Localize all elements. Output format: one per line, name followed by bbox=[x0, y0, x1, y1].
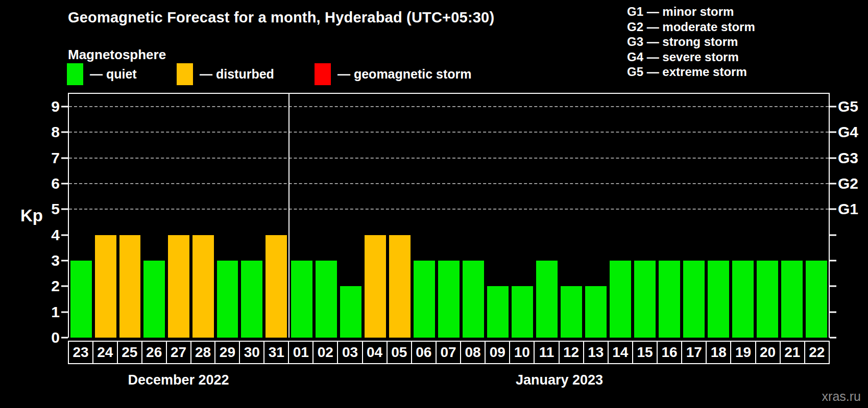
geomagnetic-forecast-chart: Geomagnetic Forecast for a month, Hydera… bbox=[0, 0, 868, 408]
bar-slot-day-26 bbox=[142, 94, 166, 338]
g-legend-line-g5: G5 — extreme storm bbox=[627, 64, 755, 80]
day-label-07: 07 bbox=[436, 341, 461, 364]
bar-slot-day-05 bbox=[388, 94, 412, 338]
kp-bar-day-20 bbox=[757, 261, 778, 338]
right-axis-label-g2: G2 bbox=[838, 176, 858, 191]
kp-bar-day-16 bbox=[659, 261, 680, 338]
legend-label: — quiet bbox=[90, 67, 137, 82]
g-legend-line-g4: G4 — severe storm bbox=[627, 49, 755, 65]
kp-bar-day-23 bbox=[70, 261, 92, 338]
kp-bar-day-10 bbox=[512, 286, 533, 338]
kp-bar-day-18 bbox=[708, 261, 729, 338]
g-legend-line-g2: G2 — moderate storm bbox=[627, 19, 755, 35]
y-axis-label-1: 1 bbox=[51, 304, 60, 320]
bar-slot-day-10 bbox=[510, 94, 535, 338]
kp-bar-day-21 bbox=[781, 261, 803, 338]
axis-tick-left-2 bbox=[61, 286, 68, 287]
y-axis-label-8: 8 bbox=[51, 124, 60, 140]
bar-slot-day-30 bbox=[239, 94, 264, 338]
axis-tick-right-8 bbox=[830, 132, 836, 133]
chart-subtitle: Magnetosphere bbox=[68, 47, 166, 63]
day-label-09: 09 bbox=[485, 341, 510, 364]
day-label-11: 11 bbox=[534, 341, 559, 364]
day-label-01: 01 bbox=[288, 341, 314, 364]
bar-slot-day-08 bbox=[461, 94, 486, 338]
y-axis-label-7: 7 bbox=[51, 150, 60, 166]
day-label-27: 27 bbox=[166, 341, 191, 364]
kp-bar-day-31 bbox=[266, 235, 287, 338]
axis-tick-left-1 bbox=[61, 311, 68, 313]
bar-slot-day-21 bbox=[780, 94, 804, 338]
bar-slot-day-04 bbox=[363, 94, 388, 338]
day-label-04: 04 bbox=[362, 341, 388, 364]
kp-bar-day-19 bbox=[732, 261, 754, 338]
right-axis-label-g4: G4 bbox=[838, 124, 858, 140]
kp-bar-day-28 bbox=[192, 235, 214, 338]
axis-tick-right-2 bbox=[830, 286, 836, 287]
bar-slot-day-06 bbox=[412, 94, 437, 338]
axis-tick-right-5 bbox=[830, 209, 836, 210]
bar-group-january-2023 bbox=[290, 94, 829, 338]
day-label-25: 25 bbox=[117, 341, 142, 364]
kp-bar-day-11 bbox=[536, 261, 558, 338]
g-legend-line-g1: G1 — minor storm bbox=[627, 4, 755, 19]
axis-tick-left-9 bbox=[61, 106, 68, 108]
kp-bar-day-29 bbox=[217, 261, 238, 338]
y-axis-label-4: 4 bbox=[51, 227, 60, 243]
kp-bar-day-09 bbox=[487, 286, 509, 338]
kp-bar-day-04 bbox=[365, 235, 386, 338]
kp-bar-day-15 bbox=[634, 261, 656, 338]
bar-slot-day-22 bbox=[804, 94, 829, 338]
right-axis-label-g5: G5 bbox=[838, 99, 858, 114]
y-axis-label-9: 9 bbox=[51, 99, 60, 114]
day-label-17: 17 bbox=[681, 341, 707, 364]
axis-tick-left-0 bbox=[61, 337, 68, 339]
kp-bar-day-05 bbox=[389, 235, 411, 338]
axis-tick-left-6 bbox=[61, 183, 68, 185]
day-label-02: 02 bbox=[312, 341, 338, 364]
kp-bar-day-03 bbox=[340, 286, 361, 338]
kp-bar-day-24 bbox=[95, 235, 116, 338]
day-label-20: 20 bbox=[755, 341, 781, 364]
kp-bar-day-14 bbox=[610, 261, 631, 338]
bar-slot-day-14 bbox=[608, 94, 633, 338]
bar-slot-day-29 bbox=[215, 94, 240, 338]
legend-item-disturbed: — disturbed bbox=[177, 62, 274, 86]
day-group: 232425262728293031 bbox=[68, 341, 289, 364]
legend-swatch-quiet bbox=[67, 63, 83, 85]
kp-bar-day-25 bbox=[119, 235, 141, 338]
kp-bar-day-26 bbox=[143, 261, 165, 338]
day-label-10: 10 bbox=[509, 341, 535, 364]
bar-slot-day-28 bbox=[191, 94, 215, 338]
bar-slot-day-31 bbox=[264, 94, 288, 338]
legend-swatch-storm bbox=[315, 63, 331, 85]
axis-tick-right-6 bbox=[830, 183, 836, 185]
x-axis-month-labels: December 2022January 2023 bbox=[68, 368, 830, 392]
legend-item-quiet: — quiet bbox=[67, 62, 137, 86]
kp-bar-day-17 bbox=[683, 261, 705, 338]
day-label-28: 28 bbox=[190, 341, 216, 364]
bar-slot-day-25 bbox=[118, 94, 142, 338]
day-label-18: 18 bbox=[706, 341, 731, 364]
kp-bar-day-12 bbox=[561, 286, 582, 338]
month-label-december-2022: December 2022 bbox=[68, 368, 289, 392]
day-label-15: 15 bbox=[632, 341, 658, 364]
y-axis-title: Kp bbox=[20, 206, 43, 225]
bar-slot-day-16 bbox=[657, 94, 682, 338]
bar-slot-day-24 bbox=[93, 94, 118, 338]
bar-slot-day-27 bbox=[166, 94, 191, 338]
day-label-13: 13 bbox=[583, 341, 609, 364]
bar-slot-day-12 bbox=[559, 94, 584, 338]
right-axis-label-g3: G3 bbox=[838, 150, 858, 166]
g-scale-legend: G1 — minor stormG2 — moderate stormG3 — … bbox=[627, 4, 755, 80]
day-label-05: 05 bbox=[387, 341, 412, 364]
day-label-29: 29 bbox=[214, 341, 240, 364]
axis-tick-left-8 bbox=[61, 132, 68, 133]
watermark: xras.ru bbox=[822, 389, 861, 404]
day-label-14: 14 bbox=[608, 341, 633, 364]
axis-tick-right-9 bbox=[830, 106, 836, 108]
day-label-24: 24 bbox=[92, 341, 118, 364]
bar-slot-day-07 bbox=[437, 94, 461, 338]
legend-item-storm: — geomagnetic storm bbox=[315, 62, 472, 86]
kp-bar-day-27 bbox=[168, 235, 189, 338]
